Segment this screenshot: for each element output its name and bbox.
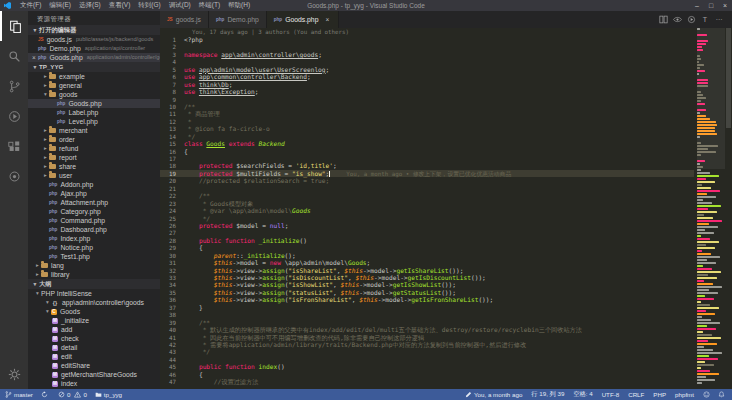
code-line[interactable]: 1<?php: [160, 36, 694, 43]
run-icon[interactable]: [684, 15, 698, 25]
search-icon[interactable]: [0, 41, 28, 71]
outline-header[interactable]: ▾ 大纲: [28, 279, 160, 289]
code-line[interactable]: 44: [160, 356, 694, 363]
code-line[interactable]: 30 parent::_initialize();: [160, 252, 694, 259]
code-line[interactable]: 39 /**: [160, 319, 694, 326]
scrollbar-thumb[interactable]: [726, 28, 731, 128]
close-button[interactable]: ×: [718, 0, 732, 11]
editor-action-t-icon[interactable]: T: [698, 16, 712, 23]
close-tab-icon[interactable]: ×: [323, 16, 331, 23]
source-control-icon[interactable]: [0, 71, 28, 101]
code-line[interactable]: 4: [160, 58, 694, 65]
code-line[interactable]: 29 {: [160, 244, 694, 251]
tree-item[interactable]: phpDashboard.php: [28, 225, 160, 234]
code-line[interactable]: 34 $this->view->assign("isShowList", $th…: [160, 281, 694, 288]
tree-item[interactable]: ▸report: [28, 153, 160, 162]
sync-item[interactable]: [41, 391, 50, 398]
code-line[interactable]: 31 $this->model = new \app\admin\model\G…: [160, 259, 694, 266]
code-line[interactable]: 24 * @var \app\admin\model\Goods: [160, 207, 694, 214]
tree-item[interactable]: phpCategory.php: [28, 207, 160, 216]
tree-item[interactable]: ▸order: [28, 135, 160, 144]
code-line[interactable]: 3namespace app\admin\controller\goods;: [160, 51, 694, 58]
code-line[interactable]: 42 * 需要将application/admin/library/traits…: [160, 341, 694, 348]
code-line[interactable]: 5use app\admin\model\user\UserScreenlog;: [160, 66, 694, 73]
code-line[interactable]: 26 protected $model = null;: [160, 222, 694, 229]
code-line[interactable]: 43 */: [160, 348, 694, 355]
code-line[interactable]: 8use think\Exception;: [160, 88, 694, 95]
tree-item[interactable]: ▸example: [28, 72, 160, 81]
tree-item[interactable]: phpAjax.php: [28, 189, 160, 198]
tree-item[interactable]: ▸user: [28, 171, 160, 180]
tree-item[interactable]: phpCommand.php: [28, 216, 160, 225]
minimap[interactable]: [697, 28, 725, 389]
tree-item[interactable]: phpNotice.php: [28, 243, 160, 252]
debug-icon[interactable]: [0, 101, 28, 131]
code-line[interactable]: 36 $this->view->assign("isFronShareList"…: [160, 296, 694, 303]
code-line[interactable]: 27: [160, 229, 694, 236]
feedback-smiley-icon[interactable]: [703, 391, 712, 398]
outline-item[interactable]: Mindex: [28, 379, 160, 388]
tree-item[interactable]: ▸refund: [28, 144, 160, 153]
code-line[interactable]: 35 $this->view->assign("statusList", $th…: [160, 289, 694, 296]
vertical-scrollbar[interactable]: [725, 28, 732, 389]
tree-item[interactable]: phpLevel.php: [28, 117, 160, 126]
code-line[interactable]: 47 //设置过滤方法: [160, 378, 694, 385]
tree-item[interactable]: ▾goods: [28, 90, 160, 99]
menu-item[interactable]: 转到(G): [134, 1, 164, 10]
tab-Demo.php[interactable]: phpDemo.php: [209, 11, 267, 28]
tree-item[interactable]: phpLabel.php: [28, 108, 160, 117]
code-line[interactable]: 46 {: [160, 371, 694, 378]
code-line[interactable]: 37 }: [160, 304, 694, 311]
split-editor-icon[interactable]: [656, 15, 670, 25]
outline-item[interactable]: MeditShare: [28, 361, 160, 370]
formatter[interactable]: phpfmt: [675, 391, 694, 398]
minimize-button[interactable]: –: [690, 0, 704, 11]
tree-item[interactable]: phpAddon.php: [28, 180, 160, 189]
outline-item[interactable]: ▾CGoods: [28, 307, 160, 316]
tab-goods.js[interactable]: JSgoods.js: [160, 11, 209, 28]
extensions-icon[interactable]: [0, 131, 28, 161]
tree-item[interactable]: ▸lang: [28, 261, 160, 270]
code-line[interactable]: 20 //protected $relationSearch = true;: [160, 177, 694, 184]
code-line[interactable]: 41 * 因此在当前控制器中可不用编写增删改查的代码,除非需要自己控制这部分逻辑: [160, 334, 694, 341]
outline-item[interactable]: M_initialize: [28, 316, 160, 325]
outline-item[interactable]: Medit: [28, 352, 160, 361]
cursor-position[interactable]: 行 19, 列 39: [531, 390, 564, 399]
minimap-viewport[interactable]: [697, 28, 725, 169]
tree-item[interactable]: phpGoods.php: [28, 99, 160, 108]
code-line[interactable]: 38: [160, 311, 694, 318]
code-line[interactable]: 21: [160, 185, 694, 192]
settings-gear-icon[interactable]: [0, 359, 28, 389]
open-editor-item[interactable]: ×phpGoods.phpapplication/admin/controlle…: [28, 53, 160, 62]
problems-item[interactable]: 0 0: [58, 391, 87, 398]
code-line[interactable]: 9: [160, 96, 694, 103]
code-line[interactable]: 15class Goods extends Backend: [160, 140, 694, 147]
menu-item[interactable]: 帮助(H): [224, 1, 254, 10]
encoding[interactable]: UTF-8: [602, 391, 620, 398]
code-line[interactable]: 7use think\Db;: [160, 81, 694, 88]
maximize-button[interactable]: □: [704, 0, 718, 11]
code-line[interactable]: 23 * Goods模型对象: [160, 200, 694, 207]
tree-item[interactable]: phpTest1.php: [28, 252, 160, 261]
menu-item[interactable]: 查看(V): [105, 1, 135, 10]
language-mode[interactable]: PHP: [653, 391, 666, 398]
tab-Goods.php[interactable]: phpGoods.php×: [267, 11, 340, 28]
more-actions-icon[interactable]: ⋯: [712, 16, 726, 24]
tree-item[interactable]: ▸library: [28, 270, 160, 279]
open-editor-item[interactable]: phpDemo.phpapplication/api/controller: [28, 44, 160, 53]
outline-provider[interactable]: ▾ PHP IntelliSense: [28, 289, 160, 298]
blame-item[interactable]: You, a month ago: [465, 391, 522, 398]
code-line[interactable]: 22 /**: [160, 192, 694, 199]
toggle-blame-icon[interactable]: [670, 15, 684, 25]
eol[interactable]: CRLF: [628, 391, 644, 398]
code-line[interactable]: 40 * 默认生成的控制器所继承的父类中有index/add/edit/del/…: [160, 326, 694, 333]
code-line[interactable]: 18 protected $searchFields = 'id,title';: [160, 162, 694, 169]
code-line[interactable]: 45 public function index(): [160, 363, 694, 370]
outline-item[interactable]: Mcheck: [28, 334, 160, 343]
code-line[interactable]: 33 $this->view->assign("isDiscountList",…: [160, 274, 694, 281]
code-line[interactable]: 14 */: [160, 133, 694, 140]
tree-item[interactable]: ▸general: [28, 81, 160, 90]
menu-item[interactable]: 编辑(E): [45, 1, 75, 10]
outline-item[interactable]: Madd: [28, 325, 160, 334]
code-line[interactable]: 13 * @icon fa fa-circle-o: [160, 125, 694, 132]
